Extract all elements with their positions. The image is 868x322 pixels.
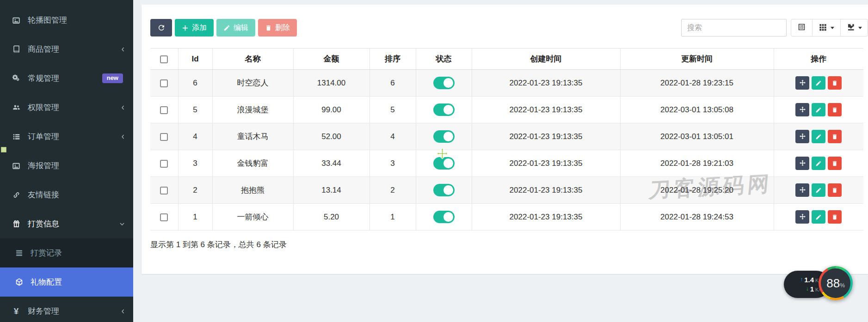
yen-icon: ¥ — [10, 307, 22, 316]
row-actions — [774, 157, 864, 170]
delete-button-label: 删除 — [275, 23, 290, 33]
lines-icon — [13, 249, 25, 258]
cell-sort: 2 — [369, 177, 416, 204]
row-checkbox[interactable] — [160, 106, 168, 114]
sidebar-item-general[interactable]: 常规管理 new — [0, 64, 133, 93]
green-marker — [1, 147, 6, 152]
sidebar-item-permissions[interactable]: 权限管理 — [0, 93, 133, 122]
row-delete-button[interactable] — [828, 103, 842, 116]
sidebar-menu: 轮播图管理 商品管理 常规管理 new 权限管理 — [0, 0, 133, 322]
row-delete-button[interactable] — [828, 76, 842, 90]
chevron-left-icon — [120, 104, 126, 111]
row-delete-button[interactable] — [828, 210, 842, 224]
row-actions — [774, 103, 864, 116]
row-actions — [774, 183, 864, 197]
cell-amount: 13.14 — [293, 177, 369, 204]
status-toggle[interactable] — [433, 103, 455, 116]
image-icon — [10, 16, 22, 25]
row-move-button[interactable] — [795, 183, 809, 197]
plus-icon — [182, 24, 189, 31]
cell-id: 5 — [178, 97, 212, 123]
row-edit-button[interactable] — [812, 183, 825, 197]
cell-id: 2 — [178, 177, 212, 204]
table-tools — [791, 19, 868, 36]
edit-button-label: 编辑 — [234, 23, 248, 33]
percent-value: 88 — [826, 268, 840, 298]
percent-gauge[interactable]: 88 % — [819, 266, 853, 300]
sidebar-item-label: 打赏记录 — [31, 248, 62, 258]
row-edit-button[interactable] — [812, 130, 825, 143]
select-all-checkbox[interactable] — [160, 55, 168, 63]
row-move-button[interactable] — [795, 157, 809, 170]
cell-created: 2022-01-23 19:13:35 — [472, 70, 620, 97]
caret-down-icon — [831, 27, 834, 29]
export-button[interactable] — [840, 19, 868, 36]
sidebar: 轮播图管理 商品管理 常规管理 new 权限管理 — [0, 0, 133, 322]
cell-name: 童话木马 — [212, 123, 293, 150]
sidebar-item-finance[interactable]: ¥ 财务管理 — [0, 297, 133, 322]
cell-id: 6 — [178, 70, 212, 97]
status-toggle[interactable] — [433, 184, 455, 196]
caret-down-icon — [858, 27, 862, 29]
col-header-updated: 更新时间 — [620, 49, 774, 70]
sidebar-item-label: 商品管理 — [28, 44, 59, 55]
toolbar: 添加 编辑 删除 — [150, 19, 868, 36]
card-view-button[interactable] — [791, 19, 813, 36]
col-header-sort: 排序 — [369, 49, 416, 70]
row-checkbox[interactable] — [160, 187, 168, 194]
sidebar-item-gift-config[interactable]: 礼物配置 — [0, 267, 133, 297]
status-toggle[interactable] — [433, 130, 455, 143]
table-row: 5浪漫城堡99.0052022-01-23 19:13:352022-03-01… — [150, 97, 863, 123]
search-input[interactable] — [681, 19, 787, 36]
row-checkbox[interactable] — [160, 79, 168, 87]
row-edit-button[interactable] — [812, 210, 825, 224]
columns-button[interactable] — [812, 19, 841, 36]
cell-name: 一箭倾心 — [212, 204, 293, 231]
row-move-button[interactable] — [795, 103, 809, 116]
row-edit-button[interactable] — [812, 157, 825, 170]
table-row: 4童话木马52.0042022-01-23 19:13:352022-03-01… — [150, 123, 863, 150]
status-toggle[interactable] — [433, 77, 455, 89]
sidebar-item-links[interactable]: 友情链接 — [0, 180, 133, 209]
sidebar-item-goods[interactable]: 商品管理 — [0, 35, 133, 64]
cell-id: 4 — [178, 123, 212, 150]
row-checkbox[interactable] — [160, 213, 168, 221]
refresh-button[interactable] — [150, 19, 172, 36]
new-badge: new — [102, 73, 123, 83]
cell-sort: 3 — [369, 150, 416, 177]
delete-button[interactable]: 删除 — [258, 19, 297, 36]
status-toggle[interactable] — [433, 211, 455, 223]
sidebar-item-orders[interactable]: 订单管理 — [0, 122, 133, 151]
sidebar-item-reward-info[interactable]: 打赏信息 — [0, 209, 133, 238]
sidebar-item-label: 打赏信息 — [28, 219, 59, 229]
row-delete-button[interactable] — [828, 157, 842, 170]
cell-created: 2022-01-23 19:13:35 — [472, 204, 620, 231]
cell-amount: 33.44 — [293, 150, 369, 177]
sidebar-item-posters[interactable]: 海报管理 — [0, 151, 133, 180]
row-delete-button[interactable] — [828, 183, 842, 197]
main-content: 添加 编辑 删除 — [133, 0, 868, 322]
row-move-button[interactable] — [795, 210, 809, 224]
upload-speed-row: ↑ 1.4 K/s — [784, 276, 823, 284]
download-speed-row: ↓ 1 K/s — [784, 285, 823, 293]
row-delete-button[interactable] — [828, 130, 842, 143]
link-icon — [10, 190, 22, 200]
edit-button[interactable]: 编辑 — [216, 19, 255, 36]
table-row: 6时空恋人1314.0062022-01-23 19:13:352022-01-… — [150, 70, 863, 97]
row-move-button[interactable] — [795, 130, 809, 143]
table-header-row: Id 名称 金额 排序 状态 创建时间 更新时间 操作 — [150, 49, 863, 70]
row-move-button[interactable] — [795, 76, 809, 90]
chevron-left-icon — [120, 46, 126, 53]
add-button[interactable]: 添加 — [175, 19, 214, 36]
row-edit-button[interactable] — [812, 103, 825, 116]
cell-updated: 2022-01-28 19:23:15 — [620, 70, 774, 97]
upload-value: 1.4 — [804, 276, 814, 284]
sidebar-item-carousel[interactable]: 轮播图管理 — [0, 6, 133, 35]
reward-submenu: 打赏记录 礼物配置 — [0, 238, 133, 297]
cell-sort: 5 — [369, 97, 416, 123]
table-row: 2抱抱熊13.1422022-01-23 19:13:352022-01-28 … — [150, 177, 863, 204]
row-checkbox[interactable] — [160, 160, 168, 168]
sidebar-item-reward-records[interactable]: 打赏记录 — [0, 238, 133, 267]
row-edit-button[interactable] — [812, 76, 825, 90]
row-checkbox[interactable] — [160, 133, 168, 141]
